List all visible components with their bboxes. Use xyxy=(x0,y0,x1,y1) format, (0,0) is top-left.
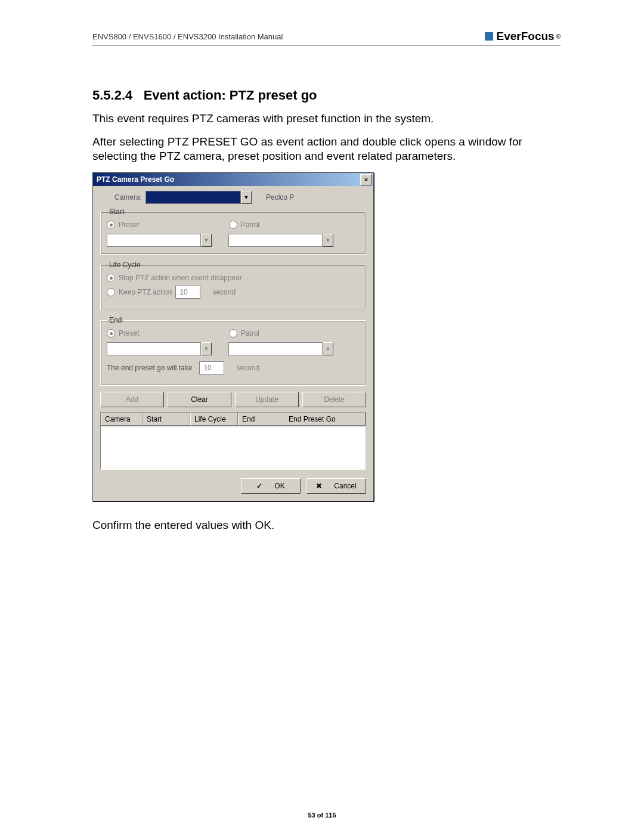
chevron-down-icon[interactable]: ▼ xyxy=(323,234,333,247)
col-end-preset-go[interactable]: End Preset Go xyxy=(284,413,366,426)
ok-button[interactable]: OK xyxy=(241,478,301,494)
confirm-text: Confirm the entered values with OK. xyxy=(92,518,561,533)
end-take-unit: second xyxy=(236,364,259,372)
col-camera[interactable]: Camera xyxy=(101,413,143,426)
start-patrol-radio[interactable]: Patrol xyxy=(229,221,259,229)
life-stop-label: Stop PTZ action when event disappear xyxy=(119,274,242,282)
doc-title: ENVS800 / ENVS1600 / ENVS3200 Installati… xyxy=(92,32,283,41)
start-preset-label: Preset xyxy=(119,221,140,229)
brand-name: EverFocus xyxy=(496,30,554,43)
start-preset-combo[interactable]: ▼ xyxy=(107,234,212,247)
end-preset-radio[interactable]: Preset xyxy=(107,329,140,337)
table-body[interactable] xyxy=(100,426,366,470)
add-button[interactable]: Add xyxy=(100,392,164,407)
delete-button[interactable]: Delete xyxy=(302,392,366,407)
brand-icon xyxy=(485,32,493,41)
camera-combo-input[interactable] xyxy=(145,191,241,204)
radio-icon xyxy=(107,329,115,337)
brand-logo: EverFocus® xyxy=(485,30,561,43)
end-preset-input[interactable] xyxy=(107,342,201,355)
end-preset-label: Preset xyxy=(119,329,140,337)
life-keep-radio[interactable]: Keep PTZ action xyxy=(107,288,172,296)
ok-label: OK xyxy=(274,482,284,490)
chevron-down-icon[interactable]: ▼ xyxy=(201,234,212,247)
end-patrol-combo[interactable]: ▼ xyxy=(228,342,333,355)
start-legend: Start xyxy=(107,208,126,216)
life-stop-radio[interactable]: Stop PTZ action when event disappear xyxy=(107,274,242,282)
close-icon xyxy=(316,482,328,490)
section-title: Event action: PTZ preset go xyxy=(144,88,317,103)
cancel-button[interactable]: Cancel xyxy=(306,478,366,494)
page-header: ENVS800 / ENVS1600 / ENVS3200 Installati… xyxy=(92,30,561,46)
chevron-down-icon[interactable]: ▼ xyxy=(323,342,333,355)
chevron-down-icon[interactable]: ▼ xyxy=(201,342,212,355)
cancel-label: Cancel xyxy=(334,482,356,490)
dialog-titlebar[interactable]: PTZ Camera Preset Go × xyxy=(93,173,373,186)
ptz-preset-go-dialog: PTZ Camera Preset Go × Camera: ▼ Peclco … xyxy=(92,172,374,501)
col-life-cycle[interactable]: Life Cycle xyxy=(190,413,238,426)
start-preset-radio[interactable]: Preset xyxy=(107,221,140,229)
radio-icon xyxy=(107,274,115,282)
section-para2: After selecting PTZ PRESET GO as event a… xyxy=(92,135,561,164)
life-cycle-legend: Life Cycle xyxy=(107,261,143,269)
end-patrol-input[interactable] xyxy=(228,342,323,355)
radio-icon xyxy=(107,288,115,296)
brand-sup: ® xyxy=(556,33,561,40)
end-legend: End xyxy=(107,316,124,324)
end-patrol-label: Patrol xyxy=(241,329,259,337)
radio-icon xyxy=(229,221,237,229)
radio-icon xyxy=(107,221,115,229)
chevron-down-icon[interactable]: ▼ xyxy=(241,191,252,204)
life-keep-unit: second xyxy=(212,288,236,296)
camera-combo[interactable]: ▼ xyxy=(145,191,252,204)
start-preset-input[interactable] xyxy=(107,234,201,247)
life-keep-value[interactable]: 10 xyxy=(175,286,200,299)
end-take-label: The end preset go will take xyxy=(107,364,192,372)
radio-icon xyxy=(229,329,237,337)
end-take-value[interactable]: 10 xyxy=(199,361,224,374)
section-number: 5.5.2.4 xyxy=(92,88,132,103)
camera-protocol-label: Peclco P xyxy=(266,193,294,202)
end-group: End Preset Patrol ▼ xyxy=(100,316,366,386)
section-heading: 5.5.2.4 Event action: PTZ preset go xyxy=(92,88,561,103)
section-para1: This event requires PTZ cameras with pre… xyxy=(92,112,561,126)
life-cycle-group: Life Cycle Stop PTZ action when event di… xyxy=(100,261,366,310)
start-patrol-input[interactable] xyxy=(228,234,323,247)
close-button[interactable]: × xyxy=(360,174,372,185)
col-end[interactable]: End xyxy=(238,413,284,426)
col-start[interactable]: Start xyxy=(143,413,190,426)
page-number: 53 of 115 xyxy=(0,812,644,819)
update-button[interactable]: Update xyxy=(235,392,299,407)
clear-button[interactable]: Clear xyxy=(168,392,231,407)
life-keep-label: Keep PTZ action xyxy=(119,288,172,296)
dialog-title: PTZ Camera Preset Go xyxy=(97,175,174,184)
end-patrol-radio[interactable]: Patrol xyxy=(229,329,259,337)
check-icon xyxy=(256,482,268,490)
start-group: Start Preset Patrol ▼ xyxy=(100,208,366,255)
start-patrol-label: Patrol xyxy=(241,221,259,229)
camera-label: Camera: xyxy=(100,193,142,202)
end-preset-combo[interactable]: ▼ xyxy=(107,342,212,355)
table-header: Camera Start Life Cycle End End Preset G… xyxy=(100,412,366,426)
start-patrol-combo[interactable]: ▼ xyxy=(228,234,333,247)
